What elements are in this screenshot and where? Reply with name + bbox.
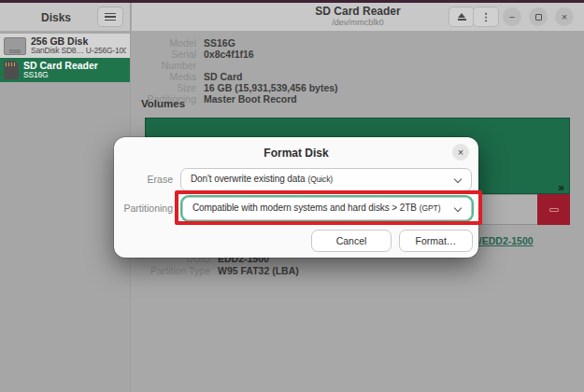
sidebar-item-256gb-disk[interactable]: SSD 256 GB Disk SanDisk SD8… U-256G-1006 [0,34,130,58]
minimize-icon: − [509,11,515,22]
app-menu-button[interactable] [97,7,123,27]
ssd-icon: SSD [4,37,26,55]
erase-label: Erase [118,174,173,185]
eject-icon [458,13,465,18]
drive-menu-button[interactable]: ⋮ [473,7,499,27]
mount-point-link[interactable]: s/EDD2-1500 [474,235,534,246]
detail-row-serial: Serial Number 0x8c4f1f16 [136,49,338,71]
disk-subtitle: SanDisk SD8… U-256G-1006 [31,47,126,56]
erase-dropdown[interactable]: Don't overwrite existing data (Quick) [180,168,472,191]
mounted-indicator-icon: » [558,181,564,194]
disk-details: Model SS16G Serial Number 0x8c4f1f16 Med… [136,37,338,105]
disk-list-sidebar: SSD 256 GB Disk SanDisk SD8… U-256G-1006… [0,32,131,392]
format-disk-dialog: Format Disk × Erase Don't overwrite exis… [114,137,478,258]
cancel-button[interactable]: Cancel [311,230,392,252]
erase-dropdown-suffix: (Quick) [307,175,333,184]
detail-row-media: Media SD Card [136,71,338,82]
close-window-button[interactable]: × [555,7,574,26]
close-icon: × [458,147,463,158]
volumes-heading: Volumes [141,98,185,109]
detail-row-size: Size 16 GB (15,931,539,456 bytes) [136,82,338,93]
more-options-icon: ⋮ [481,11,491,23]
maximize-button[interactable] [529,7,548,26]
disks-app-window: Disks SD Card Reader /dev/mmcblk0 ⋮ − × [0,0,584,392]
sd-card-icon [4,61,19,79]
header-bar: SD Card Reader /dev/mmcblk0 ⋮ − × [132,3,584,32]
detail-row-model: Model SS16G [136,37,338,49]
volume-danger-button[interactable] [537,194,570,225]
erase-dropdown-value: Don't overwrite existing data [191,174,305,184]
minimize-button[interactable]: − [503,7,521,26]
dialog-title: Format Disk [114,147,478,160]
format-button[interactable]: Format… [399,230,473,252]
dialog-close-button[interactable]: × [452,144,469,161]
partitioning-dropdown[interactable]: Compatible with modern systems and hard … [182,197,472,220]
hamburger-icon [105,13,116,21]
sidebar-item-sd-card-reader[interactable]: SD Card Reader SS16G [0,58,130,82]
close-icon: × [562,11,567,22]
maximize-icon [535,14,542,21]
partitioning-dropdown-value: Compatible with modern systems and hard … [192,203,417,213]
volume-danger-icon [549,208,559,212]
chevron-down-icon [454,175,462,183]
partitioning-dropdown-suffix: (GPT) [420,203,441,213]
chevron-down-icon [454,204,462,212]
eject-button[interactable] [449,7,475,27]
detail-row-partition-type: Partition Type W95 FAT32 (LBA) [138,265,299,277]
sidebar-title: Disks [22,11,90,24]
sidebar-header: Disks [0,3,131,32]
disk-subtitle: SS16G [23,71,98,80]
partitioning-label: Partitioning [118,203,173,214]
